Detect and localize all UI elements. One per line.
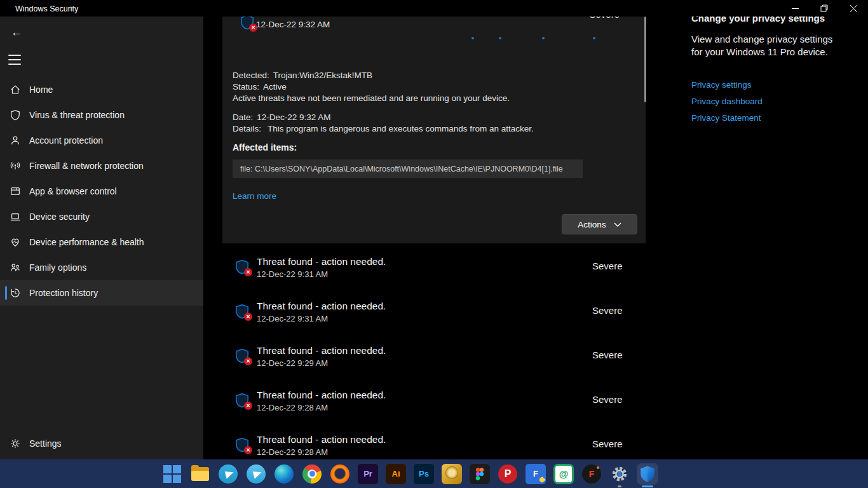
privacy-dashboard-link[interactable]: Privacy dashboard [691,97,763,106]
threat-title: Threat found - action needed. [257,345,386,356]
threat-shield-icon: ✕ [239,17,255,30]
threat-title: Threat found - action needed. [257,301,386,312]
sidebar-item-device-security[interactable]: Device security [0,204,203,229]
threat-shield-icon: ✕ [234,348,250,364]
health-heart-icon [9,236,22,248]
illustrator-button[interactable]: Ai [386,464,406,484]
privacy-settings-link[interactable]: Privacy settings [691,80,752,90]
background-app-slot[interactable] [665,464,673,484]
f-app-button[interactable]: F [581,464,602,484]
history-clock-icon [9,287,22,299]
minimize-button[interactable] [780,0,810,17]
threat-shield-icon: ✕ [234,259,250,275]
details-label: Details: [233,124,261,133]
format-factory-button[interactable]: F [526,464,546,484]
settings-taskbar-button[interactable] [609,464,630,484]
threat-severity: Severe [592,394,623,405]
close-button[interactable] [839,0,868,17]
sidebar-item-label: Protection history [29,288,98,298]
detected-line: Detected:Trojan:Win32/Ekstak!MTB [233,71,372,80]
detected-label: Detected: [233,71,269,80]
sidebar-item-label: Device performance & health [29,237,144,247]
privacy-heading: Change your privacy settings [691,17,850,24]
date-line: Date:12-Dec-22 9:32 AM [233,112,331,122]
restore-button[interactable] [810,0,839,17]
family-icon [9,261,22,274]
sidebar-item-label: App & browser control [29,186,117,196]
main-content: ✕ 12-Dec-22 9:32 AM Severe Detected:Troj… [203,17,868,459]
threat-severity: Severe [592,261,623,271]
sidebar-item-family-options[interactable]: Family options [0,255,203,280]
sidebar-item-account-protection[interactable]: Account protection [0,128,203,153]
telegram-alt-button[interactable] [246,464,266,484]
sidebar-item-settings[interactable]: Settings [0,431,203,456]
privacy-statement-link[interactable]: Privacy Statement [691,113,761,123]
telegram-icon [247,464,266,484]
threat-detail-date: 12-Dec-22 9:32 AM [256,20,330,29]
green-spiral-icon: @ [559,468,569,479]
threat-title: Threat found - action needed. [257,434,386,445]
sidebar-item-label: Virus & threat protection [29,110,125,120]
chrome-icon [302,464,322,484]
pinterest-icon: P [498,464,517,484]
sidebar-item-virus-threat-protection[interactable]: Virus & threat protection [0,102,203,128]
sidebar-item-firewall-network[interactable]: Firewall & network protection [0,153,203,179]
windows-logo-icon [163,465,181,483]
active-indicator [642,485,653,487]
photoshop-button[interactable]: Ps [414,464,434,484]
menu-button[interactable] [8,55,21,65]
affected-items-label: Affected items: [233,142,297,152]
threat-date: 12-Dec-22 9:31 AM [257,269,328,279]
pinterest-button[interactable]: P [498,464,518,484]
threat-shield-icon: ✕ [234,392,250,409]
privacy-description: View and change privacy settings for you… [691,33,839,58]
sidebar-item-app-browser-control[interactable]: App & browser control [0,179,203,204]
back-button[interactable]: ← [8,25,25,41]
file-explorer-button[interactable] [190,464,210,484]
sidebar-item-device-performance[interactable]: Device performance & health [0,229,203,255]
illustrator-icon: Ai [392,469,400,478]
folder-icon [191,467,209,481]
threat-date: 12-Dec-22 9:29 AM [257,358,328,368]
shield-icon [9,109,22,121]
detected-value: Trojan:Win32/Ekstak!MTB [273,71,372,80]
start-button[interactable] [162,464,182,484]
edge-button[interactable] [274,464,294,484]
loading-dots [222,37,646,41]
chrome-button[interactable] [302,464,322,484]
telegram-icon [219,464,238,484]
green-spiral-app-button[interactable]: @ [553,464,574,484]
chevron-down-icon [614,222,621,227]
threat-shield-icon: ✕ [234,437,250,453]
threat-title: Threat found - action needed. [257,390,386,401]
sidebar-item-protection-history[interactable]: Protection history [0,280,203,306]
gold-badge-app-button[interactable] [442,464,462,484]
affected-file-path: file: C:\Users\SONY\AppData\Local\Micros… [233,165,563,173]
sidebar-item-label: Settings [29,438,62,449]
threat-badge-icon: ✕ [244,446,252,454]
telegram-button[interactable] [218,464,238,484]
threat-badge-icon: ✕ [244,357,252,365]
settings-gear-icon [611,465,628,483]
figma-button[interactable] [470,464,490,484]
title-bar: Windows Security [0,0,868,17]
firefox-button[interactable] [330,464,350,484]
sidebar-item-home[interactable]: Home [0,77,203,102]
sidebar-item-label: Firewall & network protection [29,161,144,171]
window-title: Windows Security [15,4,78,13]
actions-button[interactable]: Actions [562,214,637,234]
premiere-pro-button[interactable]: Pr [358,464,378,484]
sidebar-nav: Home Virus & threat protection Account p… [0,77,203,306]
threat-title: Threat found - action needed. [257,256,386,268]
windows-security-taskbar-button[interactable] [637,464,658,484]
learn-more-link[interactable]: Learn more [233,191,276,201]
gear-icon [9,437,22,450]
figma-icon [475,468,484,480]
threat-shield-icon: ✕ [234,303,250,320]
date-value: 12-Dec-22 9:32 AM [257,112,330,122]
edge-icon [275,464,294,484]
f-app-icon: F [582,464,601,484]
sidebar-settings: Settings [0,431,203,456]
scrollbar-thumb[interactable] [644,17,646,102]
date-label: Date: [233,112,253,122]
